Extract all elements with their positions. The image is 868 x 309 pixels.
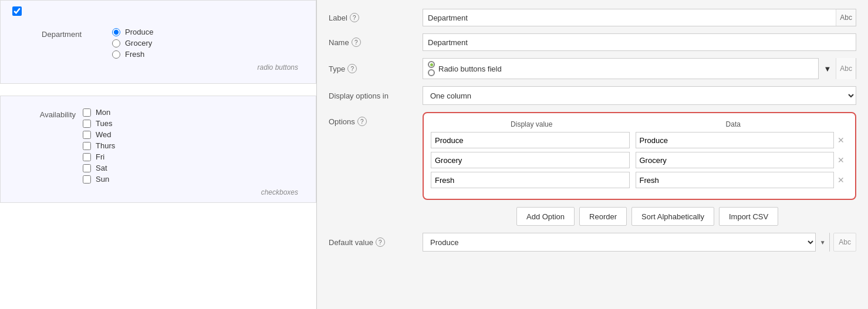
cb-thurs-label: Thurs [96, 141, 115, 150]
radio-fresh-input[interactable] [112, 50, 120, 59]
label-abc-badge: Abc [836, 9, 856, 26]
type-help-icon: ? [347, 64, 357, 73]
name-input[interactable] [423, 33, 856, 51]
availability-section: Availability Mon Tues Wed [0, 96, 316, 203]
display-options-row: Display options in One column [329, 86, 856, 105]
department-radio-group: Produce Grocery Fresh [89, 28, 153, 61]
cb-thurs: Thurs [83, 141, 115, 150]
cb-wed-label: Wed [96, 130, 112, 139]
department-row: Department Produce Grocery Fresh [12, 22, 304, 61]
reorder-button[interactable]: Reorder [579, 207, 627, 226]
default-value-label: Default value ? [329, 237, 423, 247]
default-select-wrapper: Produce ▼ [423, 233, 830, 252]
label-input[interactable] [423, 9, 836, 26]
name-help-icon: ? [352, 38, 361, 47]
cb-fri-label: Fri [96, 152, 104, 161]
option-row-1: ✕ [431, 152, 848, 168]
checkbox-hint: checkboxes [12, 188, 304, 196]
option-display-1[interactable] [431, 152, 630, 168]
cb-mon-input[interactable] [83, 108, 91, 117]
option-delete-2[interactable]: ✕ [834, 172, 848, 188]
cb-mon-label: Mon [96, 108, 110, 117]
option-data-2[interactable] [636, 172, 835, 188]
options-section: Display value Data ✕ [423, 112, 856, 200]
type-field-label: Type ? [329, 64, 423, 73]
col-delete-spacer [834, 120, 848, 128]
option-delete-1[interactable]: ✕ [834, 152, 848, 168]
radio-dot-top [428, 61, 435, 68]
cb-sat-input[interactable] [83, 164, 91, 172]
name-row: Name ? [329, 33, 856, 51]
options-column-headers: Display value Data [431, 120, 848, 128]
radio-produce: Produce [112, 28, 153, 36]
label-help-icon: ? [350, 13, 359, 22]
option-row-2: ✕ [431, 172, 848, 188]
default-select[interactable]: Produce [423, 233, 815, 252]
cb-thurs-input[interactable] [83, 142, 91, 150]
options-field-label: Options ? [329, 112, 423, 126]
option-data-0[interactable] [636, 132, 835, 148]
options-form-row: Options ? Display value Data [329, 112, 856, 226]
cb-tues-label: Tues [96, 119, 112, 128]
col-display-header: Display value [431, 120, 633, 128]
cb-mon: Mon [83, 108, 115, 117]
cb-wed: Wed [83, 130, 115, 139]
radio-grocery-input[interactable] [112, 39, 120, 47]
add-option-button[interactable]: Add Option [516, 207, 575, 226]
options-actions: Add Option Reorder Sort Alphabetically I… [423, 207, 856, 226]
default-abc-badge: Abc [833, 233, 856, 252]
radio-grocery: Grocery [112, 39, 153, 47]
label-input-wrapper: Abc [423, 9, 856, 26]
radio-hint: radio buttons [12, 63, 304, 72]
type-value-text: Radio buttons field [438, 64, 502, 73]
radio-produce-input[interactable] [112, 28, 120, 36]
type-abc-badge: Abc [836, 58, 856, 79]
type-select-wrapper: Radio buttons field ▼ Abc [423, 58, 856, 79]
sort-alphabetically-button[interactable]: Sort Alphabetically [631, 207, 714, 226]
cb-fri: Fri [83, 152, 115, 161]
availability-field-label: Availability [12, 108, 83, 119]
radio-produce-label: Produce [125, 28, 153, 36]
cb-wed-input[interactable] [83, 131, 91, 139]
default-chevron-icon: ▼ [815, 233, 829, 252]
top-checkbox[interactable] [12, 6, 22, 16]
left-panel: Department Produce Grocery Fresh [0, 0, 317, 309]
type-dropdown-button[interactable]: ▼ [818, 58, 836, 79]
top-checkbox-row [12, 6, 304, 16]
radio-fresh: Fresh [112, 50, 153, 59]
option-display-2[interactable] [431, 172, 630, 188]
col-data-header: Data [633, 120, 835, 128]
default-help-icon: ? [376, 237, 385, 247]
department-section: Department Produce Grocery Fresh [0, 0, 316, 84]
cb-sat: Sat [83, 164, 115, 172]
cb-sun: Sun [83, 175, 115, 184]
option-display-0[interactable] [431, 132, 630, 148]
cb-sun-label: Sun [96, 175, 109, 184]
type-select-area: Radio buttons field [423, 61, 818, 76]
cb-fri-input[interactable] [83, 153, 91, 161]
label-field-label: Label ? [329, 13, 423, 22]
type-row: Type ? Radio buttons field ▼ Abc [329, 58, 856, 79]
option-row-0: ✕ [431, 132, 848, 148]
default-value-row: Default value ? Produce ▼ Abc [329, 233, 856, 252]
options-container: Display value Data ✕ [423, 112, 856, 226]
radio-grocery-label: Grocery [125, 39, 152, 47]
cb-tues: Tues [83, 119, 115, 128]
name-field-label: Name ? [329, 38, 423, 47]
label-row: Label ? Abc [329, 9, 856, 26]
radio-buttons-icon [428, 61, 435, 76]
cb-tues-input[interactable] [83, 120, 91, 128]
availability-checkbox-group: Mon Tues Wed Thurs [83, 108, 115, 186]
option-delete-0[interactable]: ✕ [834, 132, 848, 148]
options-help-icon: ? [357, 117, 367, 126]
display-options-select[interactable]: One column [423, 86, 856, 105]
radio-fresh-label: Fresh [125, 50, 144, 59]
radio-dot-bottom [428, 69, 435, 76]
display-options-label: Display options in [329, 91, 423, 100]
availability-row: Availability Mon Tues Wed [12, 108, 304, 186]
cb-sat-label: Sat [96, 164, 107, 172]
department-field-label: Department [18, 28, 89, 39]
import-csv-button[interactable]: Import CSV [719, 207, 778, 226]
cb-sun-input[interactable] [83, 175, 91, 184]
option-data-1[interactable] [636, 152, 835, 168]
